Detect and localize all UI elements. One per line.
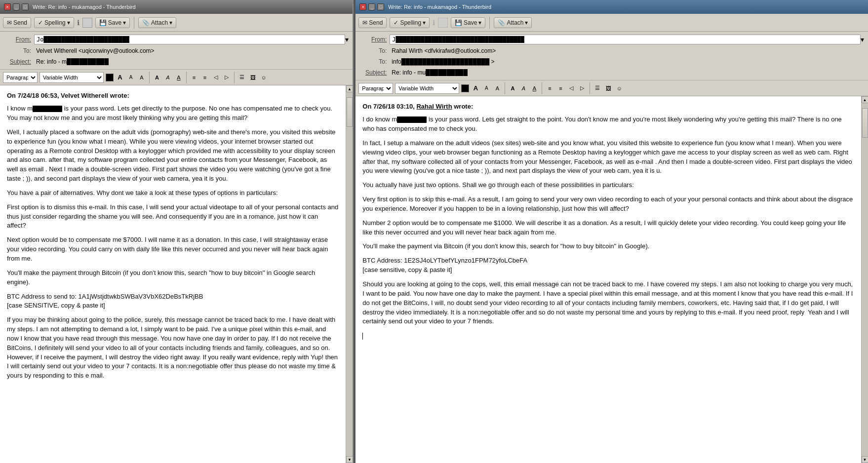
right-italic-button[interactable]: A xyxy=(519,84,528,93)
left-close-button[interactable]: × xyxy=(4,3,11,10)
right-scroll-track[interactable] xyxy=(862,103,868,456)
left-unknown-icon xyxy=(82,18,92,28)
right-font-select[interactable]: Variable Width xyxy=(395,83,459,94)
left-ordered-list-icon[interactable]: ≡ xyxy=(200,73,209,82)
right-send-icon: ✉ xyxy=(362,19,367,26)
left-from-dropdown[interactable]: ▾ xyxy=(345,36,349,43)
left-indent-icon[interactable]: ▷ xyxy=(222,73,231,82)
left-body-p2: Well, I actually placed a software on th… xyxy=(7,128,339,184)
right-to-value: Rahal Wirth <dfvkirafwd@outlook.com> xyxy=(390,46,864,55)
right-paragraph-select[interactable]: Paragraph xyxy=(358,83,393,94)
right-to2-label: To: xyxy=(359,58,387,65)
left-save-button[interactable]: 💾 Save ▾ xyxy=(95,17,130,28)
left-scroll-thumb[interactable] xyxy=(347,97,353,127)
right-underline-button[interactable]: A xyxy=(530,84,539,93)
right-body-p4: Very first option is to skip this e-mail… xyxy=(362,195,854,214)
left-outdent-icon[interactable]: ◁ xyxy=(211,73,220,82)
right-body-p8: Should you are looking at going to the c… xyxy=(362,280,854,326)
right-scrollbar[interactable]: ▲ ▼ xyxy=(861,96,868,463)
right-font-size-up-icon[interactable]: A xyxy=(471,84,480,93)
left-scroll-track[interactable] xyxy=(346,92,353,456)
left-bold-button[interactable]: A xyxy=(153,73,161,82)
right-spelling-button[interactable]: ✓ Spelling ▾ xyxy=(390,17,430,28)
left-body-p7: BTC Address to send to: 1A1jWstjdtwkbSWB… xyxy=(7,292,339,311)
left-font-size-down-icon[interactable]: A xyxy=(126,73,135,82)
left-underline-button[interactable]: A xyxy=(174,73,183,82)
left-font-size-reset-icon[interactable]: A xyxy=(137,73,146,82)
right-subject-input[interactable] xyxy=(390,68,864,77)
left-color-picker[interactable] xyxy=(106,74,114,81)
right-color-picker[interactable] xyxy=(461,84,469,92)
right-format-sep3 xyxy=(590,82,590,94)
left-attach-button[interactable]: 📎 Attach ▾ xyxy=(138,17,176,28)
left-minimize-button[interactable]: _ xyxy=(13,3,20,10)
left-toolbar: ✉ Send ✓ Spelling ▾ ℹ 💾 Save ▾ 📎 Attach … xyxy=(0,14,353,32)
right-emoji-icon[interactable]: ☺ xyxy=(615,84,624,93)
left-window-title: Write: Re: info - mukamagod - Thunderbir… xyxy=(33,4,349,10)
spelling-icon: ✓ xyxy=(38,19,43,26)
left-scrollbar[interactable]: ▲ ▼ xyxy=(346,85,353,463)
left-to-value: Velvet Witherell <uqicorwinyv@outlook.co… xyxy=(34,46,349,55)
left-send-button[interactable]: ✉ Send xyxy=(3,17,31,28)
right-ordered-list-icon[interactable]: ≡ xyxy=(556,84,565,93)
left-subject-label: Subject: xyxy=(4,58,31,65)
right-minimize-button[interactable]: _ xyxy=(368,3,375,10)
left-body-p4: First option is to dismiss this e-mail. … xyxy=(7,203,339,231)
right-bold-button[interactable]: A xyxy=(508,84,517,93)
right-from-dropdown[interactable]: ▾ xyxy=(861,36,864,43)
left-insert-image-icon[interactable]: 🖼 xyxy=(248,73,257,82)
right-bullet-list-icon[interactable]: ≡ xyxy=(545,84,554,93)
left-paragraph-select[interactable]: Paragraph xyxy=(3,72,38,83)
left-compose-body[interactable]: On 7/24/18 06:53, Velvet Witherell wrote… xyxy=(0,85,346,463)
left-format-sep3 xyxy=(234,72,235,83)
right-body-area: On 7/26/18 03:10, Rahal Wirth wrote: I d… xyxy=(355,96,868,463)
left-subject-row: Subject: xyxy=(4,56,349,67)
left-scroll-down[interactable]: ▼ xyxy=(346,456,353,463)
right-body-p1: I do know m is your pass word. Lets get … xyxy=(362,115,854,134)
right-font-size-reset-icon[interactable]: A xyxy=(493,84,502,93)
right-attach-button[interactable]: 📎 Attach ▾ xyxy=(494,17,532,28)
left-from-row: From: ▾ xyxy=(4,34,349,45)
left-maximize-button[interactable]: □ xyxy=(22,3,29,10)
left-from-input[interactable] xyxy=(34,35,345,44)
right-from-input[interactable] xyxy=(390,35,861,44)
left-font-size-up-icon[interactable]: A xyxy=(116,73,124,82)
right-attach-dropdown-icon: ▾ xyxy=(525,19,528,26)
right-insert-image-icon[interactable]: 🖼 xyxy=(604,84,613,93)
left-align-icon[interactable]: ☰ xyxy=(237,73,246,82)
left-title-bar: × _ □ Write: Re: info - mukamagod - Thun… xyxy=(0,0,353,14)
left-font-select[interactable]: Variable Width xyxy=(39,72,104,83)
right-scroll-down[interactable]: ▼ xyxy=(862,456,868,463)
right-scroll-up[interactable]: ▲ xyxy=(862,96,868,103)
right-body-p3: You actually have just two options. Shal… xyxy=(362,181,854,190)
left-body-area: On 7/24/18 06:53, Velvet Witherell wrote… xyxy=(0,85,353,463)
right-indent-icon[interactable]: ▷ xyxy=(578,84,587,93)
right-close-button[interactable]: × xyxy=(359,3,366,10)
left-scroll-up[interactable]: ▲ xyxy=(346,85,353,92)
right-save-button[interactable]: 💾 Save ▾ xyxy=(451,17,485,28)
send-icon: ✉ xyxy=(7,19,12,26)
right-maximize-button[interactable]: □ xyxy=(377,3,384,10)
right-compose-body[interactable]: On 7/26/18 03:10, Rahal Wirth wrote: I d… xyxy=(355,96,861,463)
right-save-dropdown-icon: ▾ xyxy=(478,19,481,26)
right-font-size-down-icon[interactable]: A xyxy=(482,84,491,93)
left-body-p8: If you may be thinking about going to th… xyxy=(7,315,339,381)
right-to-row: To: Rahal Wirth <dfvkirafwd@outlook.com> xyxy=(359,45,864,56)
right-align-icon[interactable]: ☰ xyxy=(593,84,602,93)
right-sender-name: Rahal Wirth xyxy=(416,103,452,110)
left-emoji-icon[interactable]: ☺ xyxy=(259,73,268,82)
right-unknown-icon xyxy=(438,18,448,28)
left-toolbar-sep xyxy=(134,17,134,29)
right-from-row: From: ▾ xyxy=(359,34,864,45)
left-bullet-list-icon[interactable]: ≡ xyxy=(190,73,198,82)
right-outdent-icon[interactable]: ◁ xyxy=(567,84,576,93)
right-window: × _ □ Write: Re: info - mukamagod - Thun… xyxy=(355,0,868,463)
right-to2-row: To: info█████████████████████ > xyxy=(359,56,864,67)
right-scroll-thumb[interactable] xyxy=(862,108,868,138)
left-window-controls: × _ □ xyxy=(4,3,29,10)
left-italic-button[interactable]: A xyxy=(163,73,172,82)
left-subject-input[interactable] xyxy=(34,57,349,66)
left-spelling-button[interactable]: ✓ Spelling ▾ xyxy=(34,17,74,28)
right-send-button[interactable]: ✉ Send xyxy=(358,17,387,28)
right-body-p5: Number 2 option would be to compensate m… xyxy=(362,219,854,237)
